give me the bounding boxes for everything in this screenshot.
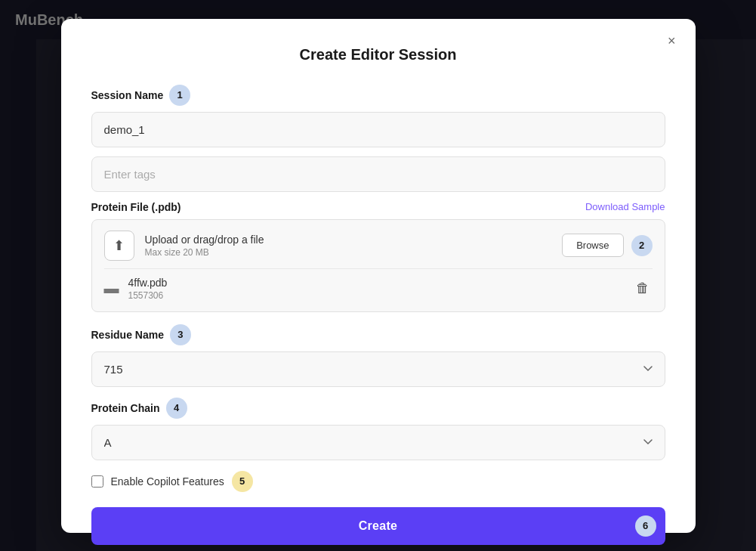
protein-file-header: Protein File (.pdb) Download Sample (91, 201, 665, 213)
create-row: Create 6 (91, 507, 665, 545)
step-badge-4: 4 (166, 398, 187, 419)
upload-subtext: Max size 20 MB (145, 247, 264, 258)
delete-file-button[interactable]: 🗑 (633, 277, 653, 299)
protein-file-label: Protein File (.pdb) (91, 201, 181, 213)
protein-chain-select[interactable]: A B C (91, 425, 665, 460)
create-button[interactable]: Create (91, 507, 665, 545)
upload-area: ⬆ Upload or drag/drop a file Max size 20… (91, 219, 665, 312)
close-button[interactable]: × (663, 31, 680, 51)
residue-name-select[interactable]: 715 716 717 (91, 351, 665, 387)
session-name-label: Session Name 1 (91, 85, 665, 106)
step-badge-2: 2 (631, 235, 653, 256)
copilot-row: Enable Copilot Features 5 (91, 471, 665, 492)
step-badge-6: 6 (635, 515, 656, 537)
file-icon: ▬ (104, 280, 119, 297)
file-size: 1557306 (128, 290, 168, 301)
file-name: 4ffw.pdb (128, 277, 168, 289)
modal-overlay: × Create Editor Session Session Name 1 P… (0, 0, 756, 551)
file-info: 4ffw.pdb 1557306 (128, 277, 168, 301)
upload-text: Upload or drag/drop a file (145, 234, 264, 246)
step-badge-3: 3 (170, 324, 191, 345)
upload-icon: ⬆ (104, 231, 134, 261)
step-badge-5: 5 (232, 471, 253, 492)
upload-left: ⬆ Upload or drag/drop a file Max size 20… (104, 231, 264, 261)
modal-dialog: × Create Editor Session Session Name 1 P… (61, 19, 696, 533)
file-entry: ▬ 4ffw.pdb 1557306 🗑 (104, 268, 653, 301)
upload-info: Upload or drag/drop a file Max size 20 M… (145, 234, 264, 258)
residue-name-label: Residue Name 3 (91, 324, 665, 345)
tags-input[interactable] (91, 156, 665, 192)
upload-right: Browse 2 (562, 234, 652, 257)
protein-chain-label: Protein Chain 4 (91, 398, 665, 419)
browse-button[interactable]: Browse (562, 234, 623, 257)
file-left: ▬ 4ffw.pdb 1557306 (104, 277, 168, 301)
modal-title: Create Editor Session (91, 46, 665, 63)
download-sample-link[interactable]: Download Sample (585, 201, 665, 212)
copilot-checkbox[interactable] (91, 475, 103, 488)
session-name-input[interactable] (91, 112, 665, 147)
upload-row: ⬆ Upload or drag/drop a file Max size 20… (104, 231, 653, 261)
step-badge-1: 1 (169, 85, 190, 106)
copilot-label: Enable Copilot Features (111, 475, 224, 488)
